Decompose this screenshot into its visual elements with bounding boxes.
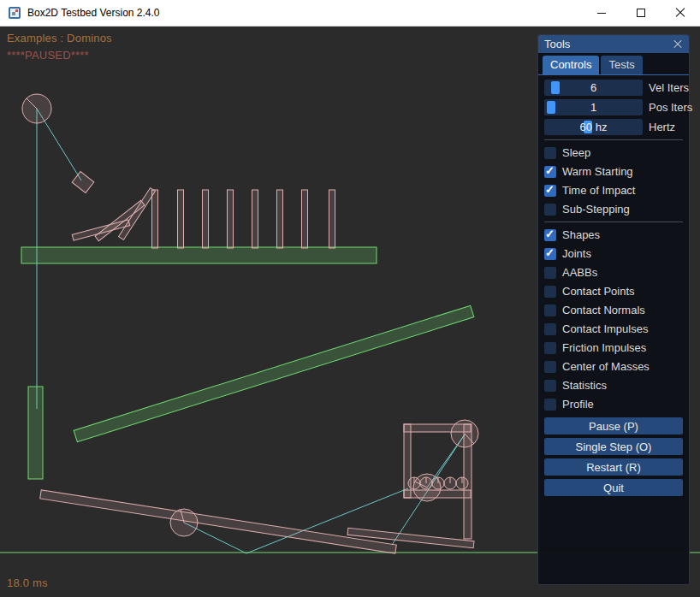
app-window: { "window": { "title": "Box2D Testbed Ve… — [0, 0, 700, 597]
tools-panel: Tools Controls Tests 6 Vel Iters 1 Pos I… — [537, 34, 690, 585]
checkbox-contact-impulses[interactable]: Contact Impulses — [544, 321, 683, 337]
checkbox-sleep[interactable]: Sleep — [544, 145, 683, 161]
checkbox-icon — [544, 380, 556, 392]
close-button[interactable] — [661, 0, 700, 26]
tabbar: Controls Tests — [538, 53, 689, 75]
frame-time-label: 18.0 ms — [7, 576, 48, 589]
checkbox-contact-normals[interactable]: Contact Normals — [544, 302, 683, 318]
slider-label: Vel Iters — [649, 81, 689, 94]
checkbox-label: Friction Impulses — [562, 341, 646, 354]
pause-button[interactable]: Pause (P) — [544, 417, 683, 434]
slider-value: 6 — [544, 80, 643, 96]
example-label: Examples : Dominos — [7, 32, 112, 44]
window-title: Box2D Testbed Version 2.4.0 — [27, 7, 160, 19]
checkbox-contact-points[interactable]: Contact Points — [544, 283, 683, 299]
pendulum-bob — [72, 172, 94, 193]
checkbox-label: Statistics — [562, 379, 607, 392]
slider-value: 1 — [544, 99, 643, 115]
checkbox-icon — [544, 399, 556, 411]
checkbox-label: Joints — [562, 247, 591, 260]
domino-platform — [21, 247, 377, 263]
slider-row-pos-iters: 1 Pos Iters — [544, 99, 683, 115]
vel-iters-slider[interactable]: 6 — [544, 80, 643, 96]
checkbox-label: Sub-Stepping — [562, 203, 630, 216]
checkbox-icon — [544, 185, 556, 197]
checkbox-icon — [544, 267, 556, 279]
checkbox-icon — [544, 204, 556, 216]
checkbox-label: Contact Impulses — [562, 322, 648, 335]
hertz-slider[interactable]: 60 hz — [544, 119, 643, 135]
dominoes-fallen — [72, 188, 155, 241]
minimize-icon — [597, 13, 606, 14]
checkbox-profile[interactable]: Profile — [544, 396, 683, 412]
maximize-icon — [637, 9, 645, 17]
panel-close-icon[interactable] — [673, 39, 683, 49]
slider-label: Hertz — [649, 121, 675, 133]
seesaw-plank — [40, 490, 397, 553]
checkbox-label: Sleep — [562, 146, 590, 159]
checkbox-icon — [544, 286, 556, 298]
checkbox-label: Profile — [562, 398, 594, 411]
checkbox-icon — [544, 248, 556, 260]
checkbox-icon — [544, 304, 556, 316]
checkbox-icon — [544, 323, 556, 335]
paused-label: ****PAUSED**** — [7, 49, 89, 62]
diagonal-plank — [74, 305, 474, 441]
checkbox-icon — [544, 361, 556, 373]
dominoes-standing — [152, 190, 335, 248]
checkbox-icon — [544, 342, 556, 354]
dynamic-bodies — [22, 94, 478, 553]
close-icon — [675, 8, 685, 18]
slider-row-hertz: 60 hz Hertz — [544, 119, 683, 135]
checkbox-warm-starting[interactable]: Warm Starting — [544, 163, 683, 180]
checkbox-label: Contact Points — [562, 285, 635, 298]
single-step-button[interactable]: Single Step (O) — [544, 438, 683, 455]
panel-body: 6 Vel Iters 1 Pos Iters 60 hz Hertz Slee… — [538, 75, 689, 504]
slider-row-vel-iters: 6 Vel Iters — [544, 80, 683, 96]
maximize-button[interactable] — [621, 0, 661, 26]
button-stack: Pause (P) Single Step (O) Restart (R) Qu… — [544, 417, 683, 496]
tools-panel-title: Tools — [544, 38, 570, 50]
checkbox-joints[interactable]: Joints — [544, 245, 683, 262]
slider-value: 60 hz — [544, 119, 643, 135]
checkbox-center-of-masses[interactable]: Center of Masses — [544, 358, 683, 375]
vertical-plank — [28, 387, 43, 479]
checkbox-label: AABBs — [562, 266, 597, 279]
checkbox-icon — [544, 166, 556, 178]
app-icon — [8, 6, 21, 20]
titlebar[interactable]: Box2D Testbed Version 2.4.0 — [0, 0, 700, 27]
minimize-button[interactable] — [582, 0, 621, 26]
checkbox-time-of-impact[interactable]: Time of Impact — [544, 182, 683, 198]
checkbox-label: Warm Starting — [562, 165, 633, 178]
tools-panel-titlebar[interactable]: Tools — [538, 35, 689, 53]
pos-iters-slider[interactable]: 1 — [544, 99, 643, 115]
separator — [544, 222, 683, 222]
checkbox-label: Time of Impact — [562, 184, 635, 197]
tab-controls[interactable]: Controls — [543, 56, 599, 74]
checkbox-icon — [544, 229, 556, 241]
tab-tests[interactable]: Tests — [601, 56, 642, 74]
checkbox-shapes[interactable]: Shapes — [544, 227, 683, 243]
checkbox-label: Contact Normals — [562, 304, 645, 316]
checkbox-friction-impulses[interactable]: Friction Impulses — [544, 340, 683, 356]
slider-label: Pos Iters — [649, 101, 692, 114]
separator — [544, 139, 683, 140]
checkbox-icon — [544, 147, 556, 159]
checkbox-sub-stepping[interactable]: Sub-Stepping — [544, 201, 683, 217]
quit-button[interactable]: Quit — [544, 479, 683, 496]
restart-button[interactable]: Restart (R) — [544, 458, 683, 476]
checkbox-statistics[interactable]: Statistics — [544, 377, 683, 393]
checkbox-aabbs[interactable]: AABBs — [544, 264, 683, 281]
checkbox-label: Center of Masses — [562, 360, 650, 373]
checkbox-label: Shapes — [562, 228, 600, 241]
